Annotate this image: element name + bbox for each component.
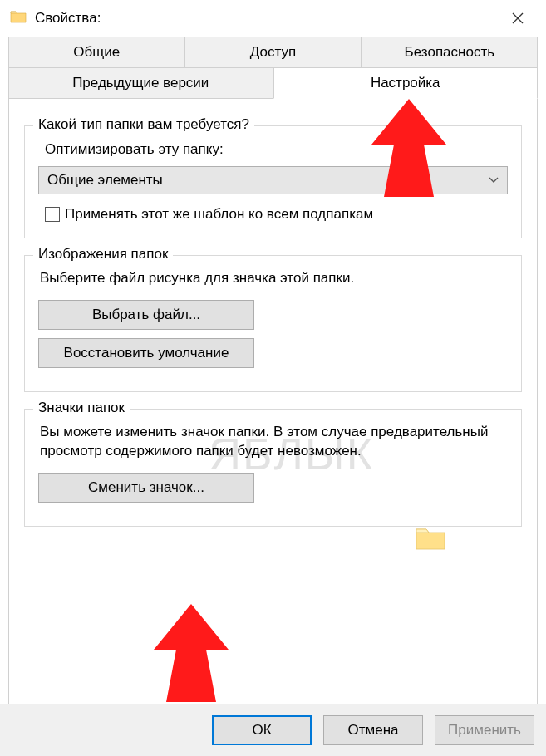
tabs-area: Общие Доступ Безопасность Предыдущие вер… [0,37,546,99]
group-folder-images-label: Изображения папок [33,246,173,263]
tab-previous-versions[interactable]: Предыдущие версии [8,68,273,99]
tab-sharing[interactable]: Доступ [184,37,361,68]
tab-content: ЯБЛЫК Какой тип папки вам требуется? Опт… [8,99,538,704]
group-folder-images: Изображения папок Выберите файл рисунка … [24,255,522,392]
group-folder-icons: Значки папок Вы можете изменить значок п… [24,409,522,527]
apply-template-row: Применять этот же шаблон ко всем подпапк… [45,206,508,223]
properties-dialog: Свойства: Общие Доступ Безопасность Пред… [0,0,546,756]
ok-button[interactable]: ОК [212,715,312,745]
apply-button[interactable]: Применить [435,715,534,745]
titlebar: Свойства: [0,0,546,37]
close-button[interactable] [498,0,538,37]
cancel-button[interactable]: Отмена [323,715,423,745]
optimize-label: Оптимизировать эту папку: [45,141,508,158]
window-title: Свойства: [35,10,101,27]
apply-template-label: Применять этот же шаблон ко всем подпапк… [65,206,373,223]
tab-customize[interactable]: Настройка [273,68,539,99]
restore-default-button[interactable]: Восстановить умолчание [38,338,254,368]
choose-file-button[interactable]: Выбрать файл... [38,300,254,330]
group-folder-icons-label: Значки папок [33,400,130,416]
change-icon-button[interactable]: Сменить значок... [38,473,254,503]
chevron-down-icon [489,174,499,186]
folder-images-desc: Выберите файл рисунка для значка этой па… [40,269,508,288]
folder-icon-preview [415,524,446,551]
dialog-button-bar: ОК Отмена Применить [0,704,546,756]
folder-icons-desc: Вы можете изменить значок папки. В этом … [40,423,508,461]
apply-template-checkbox[interactable] [45,207,60,222]
group-folder-type-label: Какой тип папки вам требуется? [33,116,254,133]
tab-security[interactable]: Безопасность [362,37,538,68]
folder-icon [10,9,27,28]
optimize-select[interactable]: Общие элементы [38,166,508,194]
optimize-select-value: Общие элементы [47,172,163,189]
tab-general[interactable]: Общие [8,37,184,68]
group-folder-type: Какой тип папки вам требуется? Оптимизир… [24,125,522,238]
